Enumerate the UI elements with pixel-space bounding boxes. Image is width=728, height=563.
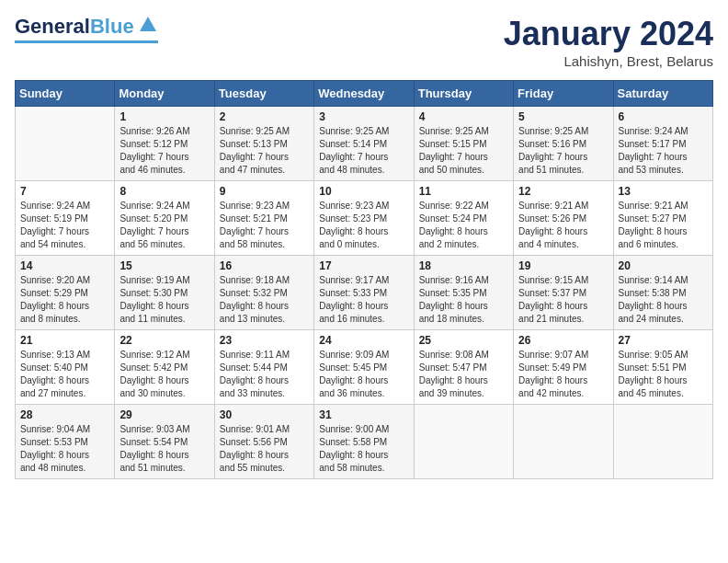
- day-number: 22: [119, 334, 209, 347]
- day-info: Sunrise: 9:22 AM Sunset: 5:24 PM Dayligh…: [419, 200, 508, 251]
- day-number: 5: [518, 110, 608, 123]
- day-info: Sunrise: 9:09 AM Sunset: 5:45 PM Dayligh…: [319, 349, 408, 400]
- calendar-cell: 25Sunrise: 9:08 AM Sunset: 5:47 PM Dayli…: [414, 330, 513, 405]
- calendar-table: SundayMondayTuesdayWednesdayThursdayFrid…: [15, 80, 713, 479]
- day-info: Sunrise: 9:15 AM Sunset: 5:37 PM Dayligh…: [518, 274, 608, 326]
- day-number: 7: [20, 185, 109, 198]
- day-info: Sunrise: 9:26 AM Sunset: 5:12 PM Dayligh…: [119, 125, 209, 177]
- calendar-cell: 19Sunrise: 9:15 AM Sunset: 5:37 PM Dayli…: [514, 256, 613, 330]
- calendar-cell: 3Sunrise: 9:25 AM Sunset: 5:14 PM Daylig…: [314, 107, 414, 181]
- logo-blue: Blue: [90, 15, 134, 39]
- day-number: 30: [220, 408, 309, 421]
- calendar-cell: 6Sunrise: 9:24 AM Sunset: 5:17 PM Daylig…: [613, 107, 712, 181]
- day-info: Sunrise: 9:23 AM Sunset: 5:23 PM Dayligh…: [319, 200, 408, 251]
- calendar-cell: 22Sunrise: 9:12 AM Sunset: 5:42 PM Dayli…: [115, 330, 214, 405]
- logo-underline: [15, 40, 158, 43]
- calendar-cell: 26Sunrise: 9:07 AM Sunset: 5:49 PM Dayli…: [514, 330, 613, 405]
- calendar-cell: 5Sunrise: 9:25 AM Sunset: 5:16 PM Daylig…: [514, 107, 613, 181]
- day-number: 13: [619, 185, 708, 198]
- day-info: Sunrise: 9:25 AM Sunset: 5:13 PM Dayligh…: [220, 125, 309, 177]
- calendar-week-4: 21Sunrise: 9:13 AM Sunset: 5:40 PM Dayli…: [16, 330, 713, 405]
- day-number: 4: [419, 110, 508, 123]
- day-info: Sunrise: 9:21 AM Sunset: 5:27 PM Dayligh…: [619, 200, 708, 251]
- day-number: 31: [319, 408, 408, 421]
- day-number: 23: [220, 334, 309, 347]
- calendar-cell: 1Sunrise: 9:26 AM Sunset: 5:12 PM Daylig…: [115, 107, 214, 181]
- day-info: Sunrise: 9:24 AM Sunset: 5:19 PM Dayligh…: [20, 200, 109, 251]
- day-info: Sunrise: 9:14 AM Sunset: 5:38 PM Dayligh…: [619, 274, 708, 326]
- day-info: Sunrise: 9:17 AM Sunset: 5:33 PM Dayligh…: [319, 274, 408, 326]
- day-number: 21: [20, 334, 109, 347]
- calendar-cell: [613, 405, 712, 479]
- calendar-cell: [16, 107, 115, 181]
- calendar-cell: 8Sunrise: 9:24 AM Sunset: 5:20 PM Daylig…: [115, 181, 214, 256]
- location-label: Lahishyn, Brest, Belarus: [504, 53, 713, 69]
- day-number: 6: [619, 110, 708, 123]
- day-number: 16: [220, 259, 309, 272]
- calendar-week-1: 1Sunrise: 9:26 AM Sunset: 5:12 PM Daylig…: [16, 107, 713, 181]
- day-number: 25: [419, 334, 508, 347]
- day-info: Sunrise: 9:24 AM Sunset: 5:20 PM Dayligh…: [119, 200, 209, 251]
- day-info: Sunrise: 9:12 AM Sunset: 5:42 PM Dayligh…: [119, 349, 209, 400]
- day-number: 14: [20, 259, 109, 272]
- day-number: 28: [20, 408, 109, 421]
- day-number: 11: [419, 185, 508, 198]
- day-info: Sunrise: 9:21 AM Sunset: 5:26 PM Dayligh…: [518, 200, 608, 251]
- day-info: Sunrise: 9:18 AM Sunset: 5:32 PM Dayligh…: [220, 274, 309, 326]
- day-number: 8: [119, 185, 209, 198]
- day-info: Sunrise: 9:11 AM Sunset: 5:44 PM Dayligh…: [220, 349, 309, 400]
- weekday-header-monday: Monday: [115, 81, 214, 107]
- day-number: 26: [518, 334, 608, 347]
- logo-icon: [138, 15, 158, 39]
- calendar-cell: 29Sunrise: 9:03 AM Sunset: 5:54 PM Dayli…: [115, 405, 214, 479]
- calendar-cell: 24Sunrise: 9:09 AM Sunset: 5:45 PM Dayli…: [314, 330, 414, 405]
- day-info: Sunrise: 9:13 AM Sunset: 5:40 PM Dayligh…: [20, 349, 109, 400]
- calendar-week-5: 28Sunrise: 9:04 AM Sunset: 5:53 PM Dayli…: [16, 405, 713, 479]
- day-number: 15: [119, 259, 209, 272]
- calendar-cell: 12Sunrise: 9:21 AM Sunset: 5:26 PM Dayli…: [514, 181, 613, 256]
- calendar-cell: 14Sunrise: 9:20 AM Sunset: 5:29 PM Dayli…: [16, 256, 115, 330]
- calendar-cell: 31Sunrise: 9:00 AM Sunset: 5:58 PM Dayli…: [314, 405, 414, 479]
- day-info: Sunrise: 9:23 AM Sunset: 5:21 PM Dayligh…: [220, 200, 309, 251]
- calendar-cell: [414, 405, 513, 479]
- day-number: 9: [220, 185, 309, 198]
- calendar-cell: 4Sunrise: 9:25 AM Sunset: 5:15 PM Daylig…: [414, 107, 513, 181]
- weekday-header-wednesday: Wednesday: [314, 81, 414, 107]
- day-number: 20: [619, 259, 708, 272]
- day-info: Sunrise: 9:25 AM Sunset: 5:14 PM Dayligh…: [319, 125, 408, 177]
- day-info: Sunrise: 9:25 AM Sunset: 5:16 PM Dayligh…: [518, 125, 608, 177]
- calendar-cell: 13Sunrise: 9:21 AM Sunset: 5:27 PM Dayli…: [613, 181, 712, 256]
- weekday-header-tuesday: Tuesday: [214, 81, 313, 107]
- weekday-header-thursday: Thursday: [414, 81, 513, 107]
- calendar-week-3: 14Sunrise: 9:20 AM Sunset: 5:29 PM Dayli…: [16, 256, 713, 330]
- calendar-cell: 10Sunrise: 9:23 AM Sunset: 5:23 PM Dayli…: [314, 181, 414, 256]
- day-number: 17: [319, 259, 408, 272]
- calendar-cell: 2Sunrise: 9:25 AM Sunset: 5:13 PM Daylig…: [214, 107, 313, 181]
- calendar-cell: 9Sunrise: 9:23 AM Sunset: 5:21 PM Daylig…: [214, 181, 313, 256]
- day-number: 24: [319, 334, 408, 347]
- day-info: Sunrise: 9:05 AM Sunset: 5:51 PM Dayligh…: [619, 349, 708, 400]
- calendar-cell: 16Sunrise: 9:18 AM Sunset: 5:32 PM Dayli…: [214, 256, 313, 330]
- logo: General Blue: [15, 15, 158, 43]
- calendar-cell: 20Sunrise: 9:14 AM Sunset: 5:38 PM Dayli…: [613, 256, 712, 330]
- calendar-cell: 21Sunrise: 9:13 AM Sunset: 5:40 PM Dayli…: [16, 330, 115, 405]
- calendar-cell: 7Sunrise: 9:24 AM Sunset: 5:19 PM Daylig…: [16, 181, 115, 256]
- month-title: January 2024: [504, 15, 713, 53]
- calendar-cell: 18Sunrise: 9:16 AM Sunset: 5:35 PM Dayli…: [414, 256, 513, 330]
- day-number: 27: [619, 334, 708, 347]
- weekday-header-sunday: Sunday: [16, 81, 115, 107]
- calendar-cell: 30Sunrise: 9:01 AM Sunset: 5:56 PM Dayli…: [214, 405, 313, 479]
- weekday-header-friday: Friday: [514, 81, 613, 107]
- logo-general: General: [15, 15, 90, 39]
- day-info: Sunrise: 9:24 AM Sunset: 5:17 PM Dayligh…: [619, 125, 708, 177]
- title-area: January 2024 Lahishyn, Brest, Belarus: [504, 15, 713, 69]
- day-info: Sunrise: 9:19 AM Sunset: 5:30 PM Dayligh…: [119, 274, 209, 326]
- day-number: 10: [319, 185, 408, 198]
- calendar-cell: 17Sunrise: 9:17 AM Sunset: 5:33 PM Dayli…: [314, 256, 414, 330]
- day-number: 2: [220, 110, 309, 123]
- calendar-cell: 23Sunrise: 9:11 AM Sunset: 5:44 PM Dayli…: [214, 330, 313, 405]
- day-number: 19: [518, 259, 608, 272]
- day-info: Sunrise: 9:00 AM Sunset: 5:58 PM Dayligh…: [319, 423, 408, 475]
- day-number: 29: [119, 408, 209, 421]
- calendar-cell: 15Sunrise: 9:19 AM Sunset: 5:30 PM Dayli…: [115, 256, 214, 330]
